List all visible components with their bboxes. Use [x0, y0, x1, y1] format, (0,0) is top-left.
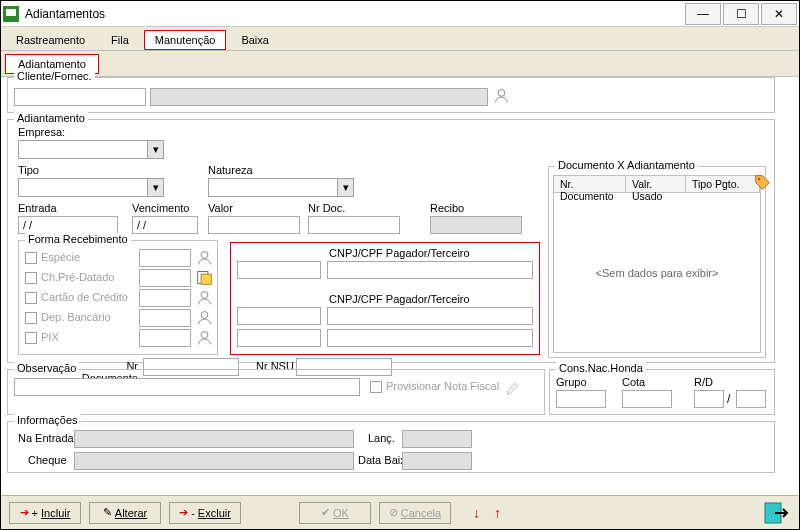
person-icon[interactable] [196, 249, 213, 266]
input-chpredatado[interactable] [139, 269, 191, 287]
arrow-down-icon[interactable]: ↓ [473, 505, 480, 521]
label-entrada: Entrada [18, 202, 57, 214]
input-vencimento[interactable]: / / [132, 216, 198, 234]
window-title: Adiantamentos [25, 7, 683, 21]
label-recibo: Recibo [430, 202, 464, 214]
ok-label: OK [333, 507, 349, 519]
input-cnpj3-b[interactable] [327, 329, 533, 347]
tab-baixa[interactable]: Baixa [230, 30, 280, 50]
label-grupo: Grupo [556, 376, 587, 388]
label-cnpj-1: CNPJ/CPF Pagador/Terceiro [329, 247, 470, 259]
display-databaixa [402, 452, 472, 470]
th-tipopgto: Tipo Pgto. [686, 176, 760, 192]
label-provisionar: Provisionar Nota Fiscal [386, 380, 499, 392]
fieldset-cons: Cons.Nac.Honda Grupo Cota R/D / [549, 369, 775, 415]
input-entrada[interactable]: / / [18, 216, 118, 234]
chevron-down-icon: ▾ [337, 179, 353, 196]
incluir-button[interactable]: ➔ + Incluir [9, 502, 81, 524]
exit-button[interactable] [763, 500, 791, 526]
input-cliente-code[interactable] [14, 88, 146, 106]
cancel-icon: ⊘ [389, 506, 398, 519]
titlebar: Adiantamentos — ☐ ✕ [1, 1, 799, 27]
input-cnpj1-a[interactable] [237, 261, 321, 279]
excluir-button[interactable]: ➔ - Excluir [169, 502, 241, 524]
input-cnpj2-b[interactable] [327, 307, 533, 325]
check-cartao[interactable] [25, 292, 37, 304]
svg-rect-3 [201, 274, 211, 284]
redframe-cnpj: CNPJ/CPF Pagador/Terceiro CNPJ/CPF Pagad… [230, 242, 540, 355]
input-cota[interactable] [622, 390, 672, 408]
legend-obs: Observação [14, 362, 79, 374]
label-valor: Valor [208, 202, 233, 214]
label-tipo: Tipo [18, 164, 39, 176]
input-cartao[interactable] [139, 289, 191, 307]
arrow-right-icon: ➔ [20, 506, 29, 519]
input-pix[interactable] [139, 329, 191, 347]
edit-icon[interactable] [505, 379, 522, 396]
input-cnpj2-a[interactable] [237, 307, 321, 325]
legend-forma: Forma Recebimento [25, 233, 131, 245]
fieldset-docx: Documento X Adiantamento Nr. Documento V… [548, 166, 766, 358]
form-body: Cliente/Fornec. Adiantamento Empresa: ▾ … [1, 77, 799, 529]
button-bar: ➔ + Incluir ✎ Alterar ➔ - Excluir ✔ OK ⊘… [1, 495, 799, 529]
svg-point-5 [201, 312, 208, 319]
combo-natureza[interactable]: ▾ [208, 178, 354, 197]
input-especie[interactable] [139, 249, 191, 267]
person-icon[interactable] [196, 309, 213, 326]
alterar-button[interactable]: ✎ Alterar [89, 502, 161, 524]
tab-rastreamento[interactable]: Rastreamento [5, 30, 96, 50]
subtab-bar: Adiantamento [1, 51, 799, 77]
alterar-label: Alterar [115, 507, 147, 519]
input-cnpj3-a[interactable] [237, 329, 321, 347]
docx-header: Nr. Documento Valr. Usado Tipo Pgto. [553, 175, 761, 193]
th-valrusado: Valr. Usado [626, 176, 686, 192]
input-valor[interactable] [208, 216, 300, 234]
check-deposito[interactable] [25, 312, 37, 324]
label-rd: R/D [694, 376, 713, 388]
check-provisionar[interactable] [370, 381, 382, 393]
person-icon[interactable] [196, 289, 213, 306]
person-icon[interactable] [196, 329, 213, 346]
ok-button[interactable]: ✔ OK [299, 502, 371, 524]
tag-icon[interactable] [754, 174, 771, 191]
label-natureza: Natureza [208, 164, 253, 176]
label-empresa: Empresa: [18, 126, 65, 138]
label-naentrada: Na Entrada [18, 432, 74, 444]
input-r[interactable] [694, 390, 724, 408]
excluir-label: Excluir [198, 507, 231, 519]
tab-fila[interactable]: Fila [100, 30, 140, 50]
check-chpredatado[interactable] [25, 272, 37, 284]
combo-empresa[interactable]: ▾ [18, 140, 164, 159]
docx-empty: <Sem dados para exibir> [553, 193, 761, 353]
label-nrdoc: Nr Doc. [308, 202, 345, 214]
check-pix[interactable] [25, 332, 37, 344]
svg-point-0 [498, 90, 505, 97]
legend-docx: Documento X Adiantamento [555, 159, 698, 171]
fieldset-adiantamento: Adiantamento Empresa: ▾ Tipo ▾ Natureza … [7, 119, 775, 363]
label-vencimento: Vencimento [132, 202, 189, 214]
svg-point-7 [758, 178, 761, 181]
label-pix: PIX [41, 331, 59, 343]
input-cnpj1-b[interactable] [327, 261, 533, 279]
input-observacao[interactable] [14, 378, 360, 396]
combo-tipo[interactable]: ▾ [18, 178, 164, 197]
fieldset-cliente: Cliente/Fornec. [7, 77, 775, 113]
minimize-button[interactable]: — [685, 3, 721, 25]
label-especie: Espécie [41, 251, 80, 263]
cancela-button[interactable]: ⊘ Cancela [379, 502, 451, 524]
input-grupo[interactable] [556, 390, 606, 408]
close-button[interactable]: ✕ [761, 3, 797, 25]
check-especie[interactable] [25, 252, 37, 264]
window: Adiantamentos — ☐ ✕ Rastreamento Fila Ma… [0, 0, 800, 530]
doc-icon[interactable] [196, 269, 213, 286]
input-deposito[interactable] [139, 309, 191, 327]
display-naentrada [74, 430, 354, 448]
label-lanc: Lanç. [368, 432, 395, 444]
input-nrdoc[interactable] [308, 216, 400, 234]
maximize-button[interactable]: ☐ [723, 3, 759, 25]
arrow-up-icon[interactable]: ↑ [494, 505, 501, 521]
person-icon[interactable] [493, 87, 510, 104]
display-cheque [74, 452, 354, 470]
tab-manutencao[interactable]: Manutenção [144, 30, 227, 50]
input-d[interactable] [736, 390, 766, 408]
